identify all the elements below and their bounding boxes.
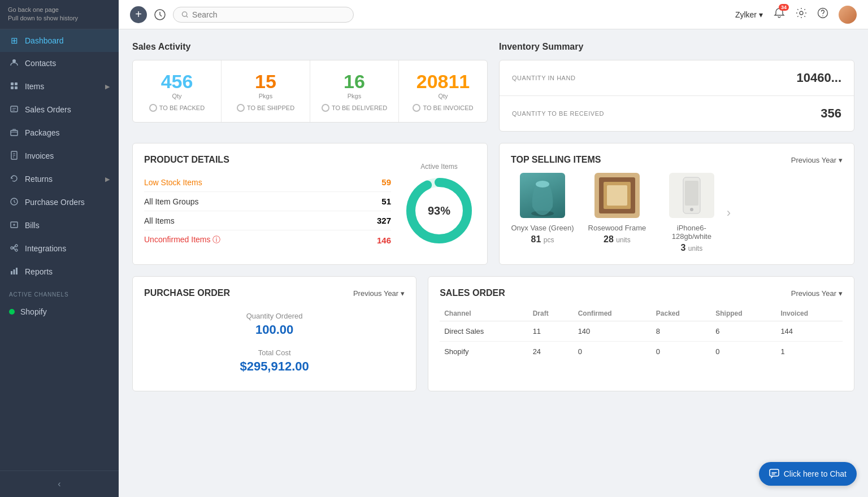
sidebar: Go back one page Pull down to show histo… [0, 0, 119, 497]
all-items-label: All Items [144, 216, 175, 225]
sales-card-shipped[interactable]: 15 Pkgs TO BE SHIPPED [222, 60, 310, 122]
history-button[interactable] [154, 8, 166, 21]
topbar: + Zylker ▾ 34 [119, 0, 868, 29]
add-button[interactable]: + [130, 6, 147, 23]
frame-count: 28 units [585, 234, 649, 245]
svg-rect-27 [607, 185, 627, 206]
inventory-summary-title: Inventory Summary [499, 42, 854, 52]
row-shopify-channel: Shopify [440, 342, 528, 362]
settings-button[interactable] [796, 7, 807, 21]
row-shopify-packed: 0 [652, 342, 711, 362]
row-shopify-invoiced: 1 [776, 342, 843, 362]
inventory-panel: QUANTITY IN HAND 10460... QUANTITY TO BE… [499, 60, 854, 132]
sidebar-item-label: Packages [25, 128, 59, 137]
sidebar-item-integrations[interactable]: Integrations [0, 237, 119, 260]
svg-rect-1 [11, 82, 14, 85]
svg-rect-2 [15, 82, 18, 85]
sidebar-item-purchase-orders[interactable]: Purchase Orders [0, 191, 119, 214]
table-header-row: Channel Draft Confirmed Packed Shipped I… [440, 306, 843, 321]
phone-image [669, 173, 714, 218]
purchase-order-period[interactable]: Previous Year ▾ [353, 289, 405, 298]
svg-point-19 [818, 8, 828, 18]
product-details-title: PRODUCT DETAILS [144, 155, 391, 165]
sidebar-item-label: Reports [25, 267, 53, 276]
vase-count: 81 pcs [511, 234, 574, 245]
svg-point-18 [800, 11, 803, 15]
sidebar-item-items[interactable]: Items ▶ [0, 75, 119, 98]
top-selling-panel: TOP SELLING ITEMS Previous Year ▾ [499, 143, 854, 265]
sidebar-item-contacts[interactable]: Contacts [0, 52, 119, 75]
svg-point-0 [12, 59, 16, 63]
sales-order-period[interactable]: Previous Year ▾ [791, 289, 843, 298]
sidebar-collapse-button[interactable]: ‹ [0, 470, 119, 497]
top-selling-carousel: Onyx Vase (Green) 81 pcs [511, 173, 843, 253]
col-invoiced: Invoiced [776, 306, 843, 321]
po-cost-label: Total Cost [144, 348, 405, 357]
svg-rect-4 [15, 86, 18, 89]
top-selling-items-list: Onyx Vase (Green) 81 pcs [511, 173, 723, 253]
frame-name: Rosewood Frame [585, 224, 649, 232]
search-bar[interactable] [173, 7, 354, 23]
inventory-hand-label: QUANTITY IN HAND [512, 75, 576, 81]
row-direct-shipped: 6 [711, 321, 776, 342]
back-button[interactable]: Go back one page Pull down to show histo… [0, 0, 119, 29]
avatar[interactable] [839, 6, 857, 24]
svg-rect-5 [11, 106, 18, 112]
active-channels-label: ACTIVE CHANNELS [0, 284, 119, 301]
row-direct-packed: 8 [652, 321, 711, 342]
shipped-status: TO BE SHIPPED [231, 104, 301, 112]
delivered-status-icon [322, 104, 329, 112]
po-stats: Quantity Ordered 100.00 [144, 300, 405, 343]
top-selling-period[interactable]: Previous Year ▾ [791, 156, 843, 164]
sales-card-invoiced[interactable]: 20811 Qty TO BE INVOICED [399, 60, 487, 122]
sidebar-item-reports[interactable]: Reports [0, 260, 119, 284]
low-stock-value: 59 [381, 177, 391, 187]
purchase-order-panel: PURCHASE ORDER Previous Year ▾ Quantity … [132, 276, 416, 391]
returns-arrow: ▶ [105, 176, 110, 183]
dashboard-middle: PRODUCT DETAILS Low Stock Items 59 All I… [132, 143, 854, 265]
sidebar-item-label: Returns [25, 175, 53, 184]
product-row-item-groups: All Item Groups 51 [144, 192, 391, 211]
product-row-low-stock[interactable]: Low Stock Items 59 [144, 173, 391, 192]
frame-svg [594, 173, 640, 218]
back-label: Go back one page Pull down to show histo… [8, 6, 78, 21]
sidebar-item-packages[interactable]: Packages [0, 121, 119, 145]
invoiced-unit: Qty [408, 93, 478, 99]
purchase-order-title: PURCHASE ORDER [144, 288, 230, 298]
sidebar-item-invoices[interactable]: Invoices [0, 145, 119, 168]
content-area: Sales Activity 456 Qty TO BE PACKED 15 P… [119, 29, 868, 497]
sidebar-item-shopify[interactable]: Shopify [0, 301, 119, 322]
topbar-right: Zylker ▾ 34 [735, 6, 857, 24]
col-shipped: Shipped [711, 306, 776, 321]
sidebar-item-bills[interactable]: Bills [0, 214, 119, 237]
svg-rect-13 [11, 271, 12, 274]
sales-card-packed[interactable]: 456 Qty TO BE PACKED [133, 60, 222, 122]
sidebar-item-sales-orders[interactable]: Sales Orders [0, 98, 119, 121]
sales-cards: 456 Qty TO BE PACKED 15 Pkgs TO BE SHIPP… [132, 60, 488, 123]
carousel-next-button[interactable]: › [727, 206, 731, 220]
top-selling-item-vase: Onyx Vase (Green) 81 pcs [511, 173, 574, 253]
delivered-unit: Pkgs [319, 93, 389, 99]
sidebar-item-dashboard[interactable]: ⊞ Dashboard [0, 29, 119, 52]
notifications-button[interactable]: 34 [773, 7, 785, 22]
svg-point-30 [690, 208, 693, 211]
svg-rect-3 [11, 86, 14, 89]
product-row-unconfirmed[interactable]: Unconfirmed Items ⓘ 146 [144, 230, 391, 250]
sidebar-item-returns[interactable]: Returns ▶ [0, 168, 119, 191]
sales-activity-title: Sales Activity [132, 42, 488, 52]
inventory-received-label: QUANTITY TO BE RECEIVED [512, 110, 604, 117]
inventory-hand-value: 10460... [796, 71, 841, 85]
chat-button[interactable]: Click here to Chat [759, 462, 857, 486]
search-input[interactable] [192, 10, 345, 19]
top-selling-title: TOP SELLING ITEMS [511, 155, 601, 165]
table-row: Shopify 24 0 0 0 1 [440, 342, 843, 362]
donut-center: 93% [428, 204, 450, 217]
help-button[interactable] [817, 7, 828, 21]
item-groups-label: All Item Groups [144, 197, 198, 206]
invoiced-status-icon [413, 104, 420, 112]
po-qty-value: 100.00 [144, 322, 405, 337]
delivered-status: TO BE DELIVERED [319, 104, 389, 112]
sales-card-delivered[interactable]: 16 Pkgs TO BE DELIVERED [310, 60, 399, 122]
username[interactable]: Zylker ▾ [735, 10, 763, 19]
row-direct-invoiced: 144 [776, 321, 843, 342]
